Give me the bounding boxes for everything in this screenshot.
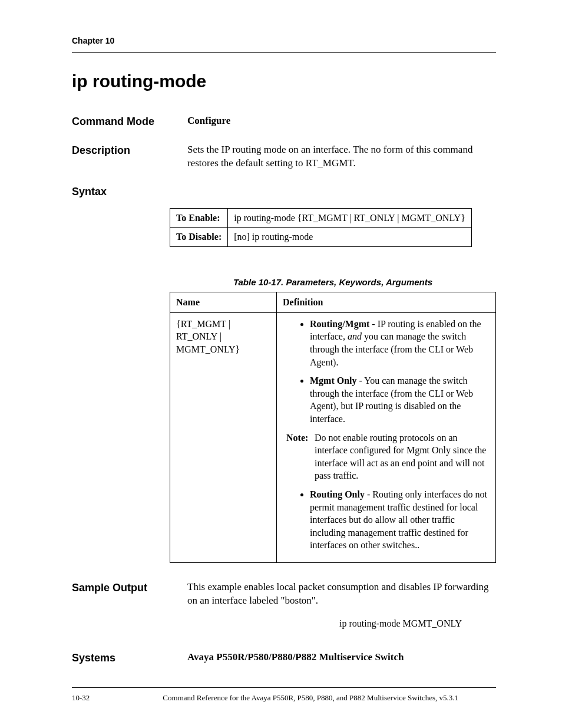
param-table-caption: Table 10-17. Parameters, Keywords, Argum… [170,276,496,288]
page-footer: 10-32 Command Reference for the Avaya P5… [0,687,562,703]
command-mode-row: Command Mode Configure [72,114,496,129]
note-text: Do not enable routing protocols on an in… [315,431,490,482]
command-mode-label: Command Mode [72,114,187,129]
param-header-definition: Definition [277,292,496,313]
sample-output-label: Sample Output [72,581,187,608]
param-bullet-list: Routing/Mgmt - IP routing is enabled on … [283,318,490,426]
syntax-row-disable: To Disable: [no] ip routing-mode [170,228,472,247]
syntax-row: Syntax [72,185,496,199]
header-rule [72,52,496,53]
syntax-disable-value: [no] ip routing-mode [228,228,472,247]
param-definition: Routing/Mgmt - IP routing is enabled on … [277,312,496,562]
bullet-mgmt-only: Mgmt Only - You can manage the switch th… [310,374,490,425]
syntax-table: To Enable: ip routing-mode {RT_MGMT | RT… [170,208,472,247]
footer-row: 10-32 Command Reference for the Avaya P5… [72,693,496,703]
page: Chapter 10 ip routing-mode Command Mode … [0,0,562,728]
bullet-routing-only: Routing Only - Routing only interfaces d… [310,488,490,552]
systems-label: Systems [72,651,187,665]
syntax-empty [187,185,496,199]
description-row: Description Sets the IP routing mode on … [72,143,496,170]
syntax-row-enable: To Enable: ip routing-mode {RT_MGMT | RT… [170,208,472,228]
footer-text: Command Reference for the Avaya P550R, P… [125,693,496,703]
page-number: 10-32 [72,693,90,703]
syntax-disable-label: To Disable: [170,228,228,247]
param-table: Name Definition {RT_MGMT | RT_ONLY | MGM… [170,292,496,563]
sample-output-command: ip routing-mode MGMT_ONLY [339,617,496,630]
sample-output-row: Sample Output This example enables local… [72,581,496,608]
chapter-label: Chapter 10 [72,35,496,47]
param-header-row: Name Definition [170,292,496,313]
syntax-enable-value: ip routing-mode {RT_MGMT | RT_ONLY | MGM… [228,208,472,228]
footer-rule [72,687,496,688]
syntax-label: Syntax [72,185,187,199]
b2-strong: Mgmt Only [310,375,357,386]
page-title: ip routing-mode [72,70,496,94]
note-row: Note: Do not enable routing protocols on… [283,431,490,482]
description-value: Sets the IP routing mode on an interface… [187,143,496,170]
command-mode-value: Configure [187,114,496,129]
description-label: Description [72,143,187,170]
b1-strong: Routing/Mgmt [310,319,369,329]
systems-row: Systems Avaya P550R/P580/P880/P882 Multi… [72,651,496,665]
b1-em: and [348,331,362,341]
bullet-routing-mgmt: Routing/Mgmt - IP routing is enabled on … [310,318,490,368]
param-name: {RT_MGMT | RT_ONLY | MGMT_ONLY} [170,312,277,562]
b3-strong: Routing Only [310,489,365,499]
note-label: Note: [286,431,315,482]
systems-value: Avaya P550R/P580/P880/P882 Multiservice … [187,651,496,665]
param-row: {RT_MGMT | RT_ONLY | MGMT_ONLY} Routing/… [170,312,496,562]
sample-output-value: This example enables local packet consum… [187,581,496,608]
syntax-enable-label: To Enable: [170,208,228,228]
param-bullet-list-2: Routing Only - Routing only interfaces d… [283,488,490,552]
param-header-name: Name [170,292,277,313]
